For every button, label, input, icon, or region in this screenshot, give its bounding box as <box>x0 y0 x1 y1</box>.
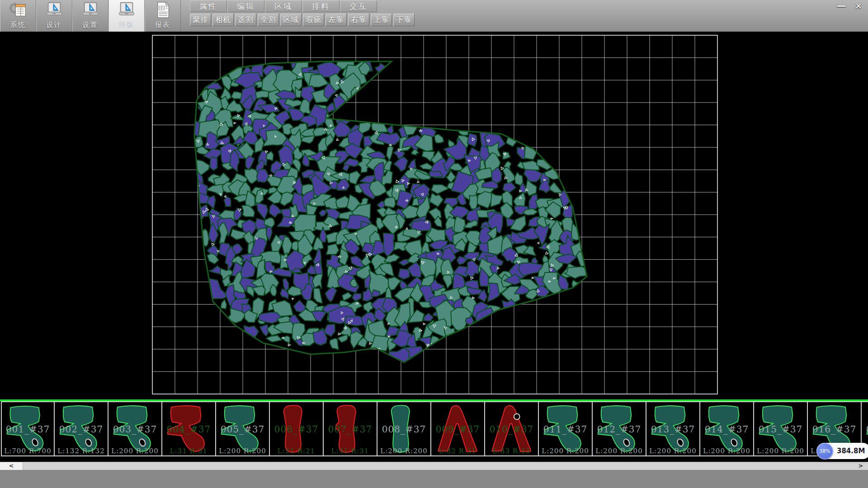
thumbnail-cell-009_#37[interactable]: 009_#37L:32 R:31 <box>431 401 485 456</box>
main-nav-tabs: 系统设计设置排版报表 <box>0 0 181 32</box>
piece-lr-count: L:31 R:31 <box>324 447 377 455</box>
toolbar: 系统设计设置排版报表 属性编辑区域排料交互 聚排相机选割全割区域瑕疵左靠右靠上靠… <box>0 0 868 32</box>
piece-lr-count: L:200 R:200 <box>216 447 269 455</box>
piece-name: 006_#37 <box>270 424 323 435</box>
piece-lr-count: L:200 R:200 <box>593 447 646 455</box>
menu-tab-排料[interactable]: 排料 <box>302 0 340 12</box>
tool-button-区域[interactable]: 区域 <box>280 14 302 26</box>
thumbnail-cell-004_#37[interactable]: 004_#37L:31 R:31 <box>162 401 216 456</box>
nav-tab-label: 设置 <box>83 21 98 29</box>
thumbnail-cell-015_#37[interactable]: 015_#37L:200 R:200 <box>754 401 808 456</box>
menu-tab-交互[interactable]: 交互 <box>340 0 377 12</box>
piece-lr-count: L:31 R:31 <box>162 447 215 455</box>
window-close-button[interactable]: ✕ <box>853 1 864 11</box>
thumbnail-cell-002_#37[interactable]: 002_#37L:132 R:132 <box>55 401 108 456</box>
piece-lr-count: L:200 R:200 <box>754 447 807 455</box>
thumbnail-cell-011_#37[interactable]: 011_#37L:200 R:200 <box>539 401 593 456</box>
piece-name: 016_#37 <box>808 424 861 435</box>
piece-name: 009_#37 <box>431 424 484 435</box>
system-icon <box>9 1 28 21</box>
memory-usage-badge: 38% 384.8M <box>816 443 868 459</box>
application-window: 系统设计设置排版报表 属性编辑区域排料交互 聚排相机选割全割区域瑕疵左靠右靠上靠… <box>0 0 868 488</box>
nav-tab-label: 排版 <box>119 21 134 29</box>
tool-button-左靠[interactable]: 左靠 <box>326 14 347 26</box>
menu-tab-区域[interactable]: 区域 <box>265 0 302 12</box>
nav-tab-label: 系统 <box>10 21 26 29</box>
piece-name: 005_#37 <box>216 424 269 435</box>
thumbnail-cell-013_#37[interactable]: 013_#37L:200 R:200 <box>646 401 700 456</box>
tool-button-聚排[interactable]: 聚排 <box>190 14 211 26</box>
canvas-svg <box>0 32 868 399</box>
piece-lr-count: L:200 R:200 <box>377 447 430 455</box>
menu-tab-编辑[interactable]: 编辑 <box>227 0 264 12</box>
piece-name: 014_#37 <box>700 424 753 435</box>
nav-tab-系统[interactable]: 系统 <box>0 0 36 32</box>
status-bar <box>0 470 868 488</box>
piece-lr-count: L:200 R:200 <box>108 447 161 455</box>
thumbnail-strip: 001_#37L:700 R:700002_#37L:132 R:132003_… <box>0 399 868 462</box>
design-icon <box>45 1 64 21</box>
piece-name: 017_#37 <box>862 424 868 435</box>
thumbnail-cell-007_#37[interactable]: 007_#37L:31 R:31 <box>324 401 377 456</box>
tool-button-右靠[interactable]: 右靠 <box>348 14 369 26</box>
piece-lr-count: L:132 R:132 <box>55 447 108 455</box>
piece-name: 001_#37 <box>2 424 54 435</box>
piece-name: 010_#37 <box>485 424 538 435</box>
piece-name: 012_#37 <box>593 424 646 435</box>
nav-tab-label: 报表 <box>155 21 170 29</box>
nav-tab-设置[interactable]: 设置 <box>72 0 108 32</box>
piece-lr-count: L:32 R:31 <box>431 447 484 455</box>
piece-lr-count: L:700 R:700 <box>2 447 54 455</box>
nav-tab-设计[interactable]: 设计 <box>36 0 72 32</box>
thumbnail-cell-005_#37[interactable]: 005_#37L:200 R:200 <box>216 401 270 456</box>
scroll-right-button[interactable]: > <box>854 462 867 470</box>
thumbnail-cell-010_#37[interactable]: 010_#37L:33 R:33 <box>485 401 539 456</box>
nav-tab-label: 设计 <box>47 21 62 29</box>
tool-button-上靠[interactable]: 上靠 <box>371 14 392 26</box>
settings-icon <box>81 1 100 21</box>
piece-lr-count: L:21 R:21 <box>270 447 323 455</box>
window-controls: — ✕ <box>835 1 864 11</box>
scroll-left-button[interactable]: < <box>0 462 23 470</box>
horizontal-scrollbar[interactable]: < > <box>0 462 868 470</box>
piece-name: 007_#37 <box>324 424 377 435</box>
nav-tab-报表[interactable]: 报表 <box>145 0 181 32</box>
report-icon <box>153 1 172 21</box>
tool-button-下靠[interactable]: 下靠 <box>393 14 415 26</box>
tool-button-全割[interactable]: 全割 <box>258 14 279 26</box>
thumbnail-cell-006_#37[interactable]: 006_#37L:21 R:21 <box>270 401 324 456</box>
piece-lr-count: L:200 R:200 <box>646 447 699 455</box>
thumbnail-cell-014_#37[interactable]: 014_#37L:200 R:200 <box>700 401 754 456</box>
piece-lr-count: L:33 R:33 <box>485 447 538 455</box>
nav-tab-排版[interactable]: 排版 <box>108 0 145 32</box>
window-minimize-button[interactable]: — <box>835 1 847 11</box>
piece-name: 002_#37 <box>55 424 108 435</box>
tool-button-瑕疵[interactable]: 瑕疵 <box>303 14 324 26</box>
piece-lr-count: L:200 R:200 <box>700 447 753 455</box>
menu-tab-row: 属性编辑区域排料交互 <box>190 0 416 13</box>
thumbnail-cell-008_#37[interactable]: 008_#37L:200 R:200 <box>377 401 431 456</box>
thumbnail-cell-001_#37[interactable]: 001_#37L:700 R:700 <box>1 401 55 456</box>
piece-name: 011_#37 <box>539 424 592 435</box>
piece-name: 015_#37 <box>754 424 807 435</box>
piece-name: 003_#37 <box>108 424 161 435</box>
nesting-canvas[interactable] <box>0 32 868 399</box>
tool-button-相机[interactable]: 相机 <box>212 14 234 26</box>
layout-icon <box>117 1 136 21</box>
piece-name: 004_#37 <box>162 424 215 435</box>
thumbnail-cell-003_#37[interactable]: 003_#37L:200 R:200 <box>108 401 162 456</box>
progress-percent-badge: 38% <box>816 443 833 460</box>
menu-block: 属性编辑区域排料交互 聚排相机选割全割区域瑕疵左靠右靠上靠下靠 <box>190 0 416 27</box>
tool-button-选割[interactable]: 选割 <box>235 14 256 26</box>
tool-button-row: 聚排相机选割全割区域瑕疵左靠右靠上靠下靠 <box>190 14 416 27</box>
piece-lr-count: L:200 R:200 <box>539 447 592 455</box>
piece-name: 013_#37 <box>646 424 699 435</box>
menu-tab-属性[interactable]: 属性 <box>190 0 227 12</box>
piece-name: 008_#37 <box>377 424 430 435</box>
memory-value: 384.8M <box>837 447 865 455</box>
thumbnail-cell-012_#37[interactable]: 012_#37L:200 R:200 <box>593 401 646 456</box>
